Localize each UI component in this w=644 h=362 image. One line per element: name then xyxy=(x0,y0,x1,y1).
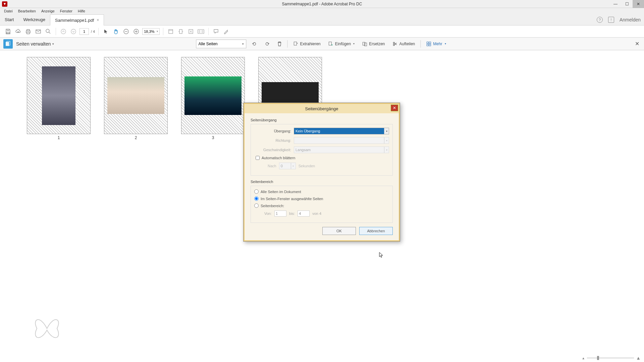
toolbar-separator xyxy=(98,28,99,35)
hand-tool-icon[interactable] xyxy=(112,27,120,36)
extract-button[interactable]: Extrahieren xyxy=(291,39,322,49)
notifications-icon[interactable]: ! xyxy=(608,17,614,23)
chevron-down-icon: ▾ xyxy=(384,137,389,143)
auto-flip-checkbox[interactable] xyxy=(256,156,260,160)
all-pages-radio[interactable] xyxy=(254,189,259,194)
menu-bar: Datei Bearbeiten Anzeige Fenster Hilfe xyxy=(0,8,644,14)
tab-bar: Start Werkzeuge Sammelmappe1.pdf × ? ! A… xyxy=(0,14,644,25)
menu-window[interactable]: Fenster xyxy=(57,8,75,14)
page-thumbnail-1[interactable]: 1 xyxy=(27,57,91,140)
more-button[interactable]: Mehr▾ xyxy=(424,39,448,49)
page-number-input[interactable] xyxy=(79,28,89,35)
dialog-border: Seitenübergänge ✕ Seitenübergang Übergan… xyxy=(244,103,400,241)
print-icon[interactable] xyxy=(24,27,32,36)
search-icon[interactable] xyxy=(44,27,52,36)
svg-point-3 xyxy=(71,29,76,34)
highlight-icon[interactable] xyxy=(222,27,230,36)
cloud-icon[interactable] xyxy=(14,27,22,36)
zoom-level-select[interactable]: 18,3% xyxy=(142,28,160,35)
tab-tools[interactable]: Werkzeuge xyxy=(18,14,50,25)
tab-start[interactable]: Start xyxy=(0,14,18,25)
close-button[interactable]: ✕ xyxy=(633,0,644,8)
menu-file[interactable]: Datei xyxy=(1,8,15,14)
svg-rect-9 xyxy=(198,29,204,34)
page-thumbnail-2[interactable]: 2 xyxy=(104,57,168,140)
range-group-label: Seitenbereich xyxy=(251,180,393,184)
tab-document[interactable]: Sammelmappe1.pdf × xyxy=(50,14,104,25)
cancel-button[interactable]: Abbrechen xyxy=(359,227,393,235)
thumbnail-number: 2 xyxy=(104,135,168,140)
chevron-down-icon: ▾ xyxy=(445,42,446,45)
app-icon xyxy=(2,1,7,7)
replace-button[interactable]: Ersetzen xyxy=(360,39,387,49)
fit-width-icon[interactable] xyxy=(167,27,175,36)
all-pages-label: Alle Seiten im Dokument xyxy=(261,190,301,194)
comment-icon[interactable] xyxy=(212,27,220,36)
slider-thumb[interactable] xyxy=(597,356,599,360)
thumbnail-size-slider[interactable] xyxy=(587,358,634,358)
after-seconds-input: 0 ▾ xyxy=(279,163,296,169)
page-management-toolbar: Seiten verwalten ▾ Alle Seiten Extrahier… xyxy=(0,38,644,50)
toolbar-separator xyxy=(420,40,421,48)
dialog-close-button[interactable]: ✕ xyxy=(391,105,398,111)
tab-document-label: Sammelmappe1.pdf xyxy=(55,18,94,23)
menu-help[interactable]: Hilfe xyxy=(75,8,88,14)
menu-view[interactable]: Anzeige xyxy=(39,8,57,14)
tab-close-icon[interactable]: × xyxy=(97,18,99,22)
mail-icon[interactable] xyxy=(34,27,42,36)
thumbnail-number: 3 xyxy=(181,135,245,140)
page-management-title[interactable]: Seiten verwalten ▾ xyxy=(16,41,54,47)
page-range-label: Seitenbereich: xyxy=(261,204,284,208)
chevron-down-icon: ▾ xyxy=(353,42,355,45)
delete-page-button[interactable] xyxy=(275,39,284,49)
split-button[interactable]: Aufteilen xyxy=(390,39,417,49)
svg-rect-15 xyxy=(364,43,367,46)
select-tool-icon[interactable] xyxy=(102,27,110,36)
split-label: Aufteilen xyxy=(399,42,415,46)
small-thumb-icon[interactable]: ▲ xyxy=(582,356,585,360)
minimize-button[interactable]: — xyxy=(610,0,621,8)
dialog-titlebar[interactable]: Seitenübergänge ✕ xyxy=(245,104,399,113)
ok-label: OK xyxy=(336,229,342,233)
direction-label: Richtung: xyxy=(254,138,291,142)
transition-fieldset: Übergang: Kein Übergang ▾ Richtung: ▾ Ge… xyxy=(251,124,393,176)
organize-pages-icon xyxy=(3,39,13,49)
close-panel-button[interactable]: ✕ xyxy=(635,41,639,47)
toolbar-separator xyxy=(287,40,287,48)
page-filter-select[interactable]: Alle Seiten xyxy=(196,40,246,48)
window-controls: — ☐ ✕ xyxy=(610,0,644,8)
maximize-button[interactable]: ☐ xyxy=(621,0,633,8)
rotate-left-button[interactable] xyxy=(250,39,259,49)
dialog-body: Seitenübergang Übergang: Kein Übergang ▾… xyxy=(245,113,399,240)
page-range-radio[interactable] xyxy=(254,203,259,208)
large-thumb-icon[interactable]: ▲ xyxy=(636,355,641,361)
read-mode-icon[interactable] xyxy=(197,27,205,36)
selected-pages-radio[interactable] xyxy=(254,196,259,201)
insert-button[interactable]: Einfügen▾ xyxy=(326,39,357,49)
page-management-center: Alle Seiten Extrahieren Einfügen▾ Ersetz… xyxy=(196,39,448,49)
save-icon[interactable] xyxy=(4,27,12,36)
page-up-icon[interactable] xyxy=(59,27,67,36)
transition-select[interactable]: Kein Übergang ▾ xyxy=(294,128,389,134)
login-link[interactable]: Anmelden xyxy=(620,17,641,22)
transition-group-label: Seitenübergang xyxy=(251,118,393,122)
zoom-in-icon[interactable] xyxy=(132,27,140,36)
menu-edit[interactable]: Bearbeiten xyxy=(15,8,39,14)
extract-label: Extrahieren xyxy=(300,42,320,46)
from-page-input[interactable] xyxy=(274,210,286,217)
from-label: Von: xyxy=(264,212,272,216)
thumbnail-frame xyxy=(181,57,245,134)
rotate-right-button[interactable] xyxy=(262,39,272,49)
svg-rect-14 xyxy=(363,42,365,45)
seconds-label: Sekunden xyxy=(299,164,315,168)
to-page-input[interactable] xyxy=(298,210,310,217)
fit-visible-icon[interactable] xyxy=(187,27,195,36)
dialog-title-label: Seitenübergänge xyxy=(305,106,338,111)
help-icon[interactable]: ? xyxy=(597,17,603,23)
fit-page-icon[interactable] xyxy=(177,27,185,36)
ok-button[interactable]: OK xyxy=(322,227,356,235)
page-thumbnail-3[interactable]: 3 xyxy=(181,57,245,140)
zoom-out-icon[interactable] xyxy=(122,27,130,36)
page-down-icon[interactable] xyxy=(69,27,77,36)
svg-rect-16 xyxy=(427,42,428,44)
